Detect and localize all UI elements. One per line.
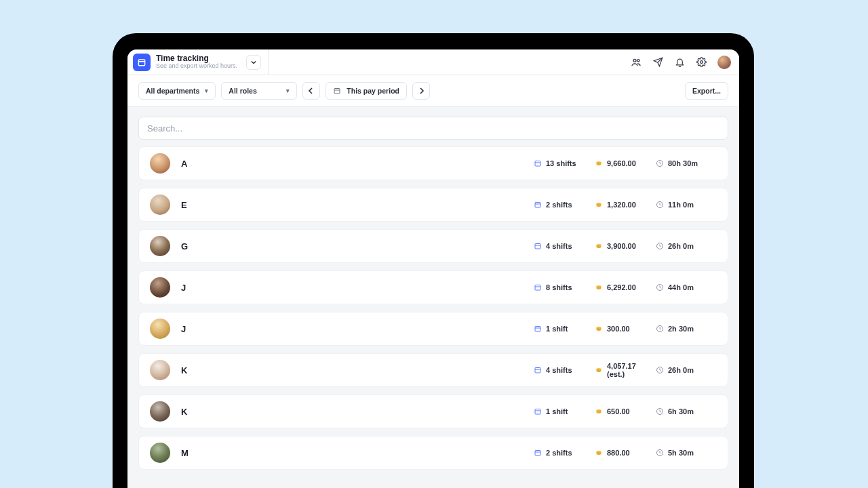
clock-icon — [656, 407, 664, 415]
chevron-down-icon: ▾ — [286, 87, 290, 94]
pay-stat: 300.00 — [595, 325, 656, 333]
calendar-icon — [534, 325, 542, 333]
app-screen: Time tracking See and export worked hour… — [127, 49, 739, 488]
employee-row[interactable]: J8 shifts6,292.0044h 0m — [138, 270, 728, 304]
svg-rect-35 — [535, 451, 540, 456]
period-label: This pay period — [347, 87, 399, 95]
user-avatar[interactable] — [717, 56, 731, 69]
coins-icon — [595, 242, 603, 250]
svg-rect-31 — [535, 409, 540, 415]
svg-rect-19 — [535, 285, 540, 291]
roles-filter[interactable]: All roles ▾ — [221, 82, 297, 100]
employee-avatar — [150, 195, 170, 215]
svg-rect-11 — [535, 203, 540, 208]
coins-icon — [595, 283, 603, 291]
hours-stat: 2h 30m — [656, 325, 717, 333]
employee-avatar — [150, 443, 170, 463]
roles-filter-label: All roles — [229, 87, 256, 95]
pay-stat: 6,292.00 — [595, 283, 656, 291]
hours-stat: 11h 0m — [656, 201, 717, 209]
coins-icon — [595, 407, 603, 415]
calendar-icon — [534, 283, 542, 291]
calendar-icon — [534, 159, 542, 167]
hours-stat: 5h 30m — [656, 449, 717, 457]
pay-stat: 650.00 — [595, 407, 656, 415]
employee-row[interactable]: A13 shifts9,660.0080h 30m — [138, 146, 728, 180]
gear-icon[interactable] — [696, 57, 707, 68]
svg-rect-7 — [535, 161, 540, 167]
clock-icon — [656, 242, 664, 250]
content-area: Search... A13 shifts9,660.0080h 30mE2 sh… — [127, 107, 739, 487]
clock-icon — [656, 366, 664, 374]
employee-avatar — [150, 319, 170, 339]
svg-point-2 — [633, 59, 636, 62]
team-icon[interactable] — [631, 57, 642, 68]
hours-stat: 6h 30m — [656, 407, 717, 415]
departments-filter-label: All departments — [146, 87, 199, 95]
calendar-icon — [534, 366, 542, 374]
employee-row[interactable]: E2 shifts1,320.0011h 0m — [138, 188, 728, 222]
export-button-label: Export... — [692, 87, 721, 95]
svg-rect-5 — [334, 89, 340, 94]
shifts-stat: 2 shifts — [534, 449, 595, 457]
page-switcher[interactable]: Time tracking See and export worked hour… — [133, 49, 269, 75]
employee-row[interactable]: M2 shifts880.005h 30m — [138, 436, 728, 470]
topbar: Time tracking See and export worked hour… — [127, 49, 739, 75]
calendar-icon — [534, 242, 542, 250]
svg-rect-0 — [138, 59, 144, 65]
shifts-stat: 2 shifts — [534, 201, 595, 209]
employee-row[interactable]: K4 shifts4,057.17 (est.)26h 0m — [138, 353, 728, 387]
employee-avatar — [150, 153, 170, 174]
bell-icon[interactable] — [674, 57, 685, 68]
calendar-icon — [534, 407, 542, 415]
hours-stat: 44h 0m — [656, 283, 717, 291]
coins-icon — [595, 366, 603, 374]
employee-name: K — [181, 365, 534, 375]
svg-point-4 — [700, 61, 703, 64]
calendar-icon — [333, 87, 341, 95]
pay-stat: 3,900.00 — [595, 242, 656, 250]
search-input[interactable]: Search... — [138, 117, 728, 140]
pay-stat: 9,660.00 — [595, 159, 656, 167]
period-picker[interactable]: This pay period — [326, 82, 407, 100]
page-switcher-toggle[interactable] — [246, 55, 261, 70]
calendar-icon — [534, 201, 542, 209]
employee-name: E — [181, 200, 534, 210]
coins-icon — [595, 201, 603, 209]
employee-avatar — [150, 401, 170, 422]
coins-icon — [595, 325, 603, 333]
employee-name: J — [181, 283, 534, 293]
hours-stat: 26h 0m — [656, 242, 717, 250]
clock-icon — [656, 201, 664, 209]
employee-list: A13 shifts9,660.0080h 30mE2 shifts1,320.… — [138, 146, 728, 477]
hours-stat: 26h 0m — [656, 366, 717, 374]
svg-rect-15 — [535, 244, 540, 249]
time-tracking-app-icon — [133, 54, 151, 71]
coins-icon — [595, 449, 603, 457]
device-frame: Time tracking See and export worked hour… — [113, 33, 754, 488]
shifts-stat: 8 shifts — [534, 283, 595, 291]
employee-avatar — [150, 360, 170, 380]
hours-stat: 80h 30m — [656, 159, 717, 167]
coins-icon — [595, 159, 603, 167]
svg-rect-23 — [535, 327, 540, 332]
employee-row[interactable]: J1 shift300.002h 30m — [138, 312, 728, 346]
employee-name: J — [181, 324, 534, 334]
pay-stat: 880.00 — [595, 449, 656, 457]
shifts-stat: 1 shift — [534, 325, 595, 333]
period-prev-button[interactable] — [302, 82, 320, 100]
employee-row[interactable]: K1 shift650.006h 30m — [138, 394, 728, 428]
svg-point-3 — [637, 59, 639, 61]
filter-bar: All departments ▾ All roles ▾ This pay p… — [127, 75, 739, 107]
export-button[interactable]: Export... — [685, 82, 728, 100]
employee-row[interactable]: G4 shifts3,900.0026h 0m — [138, 229, 728, 263]
send-icon[interactable] — [652, 57, 663, 68]
clock-icon — [656, 159, 664, 167]
pay-stat: 1,320.00 — [595, 201, 656, 209]
clock-icon — [656, 283, 664, 291]
departments-filter[interactable]: All departments ▾ — [138, 82, 216, 100]
period-next-button[interactable] — [412, 82, 430, 100]
shifts-stat: 1 shift — [534, 407, 595, 415]
employee-name: K — [181, 407, 534, 417]
calendar-icon — [534, 449, 542, 457]
